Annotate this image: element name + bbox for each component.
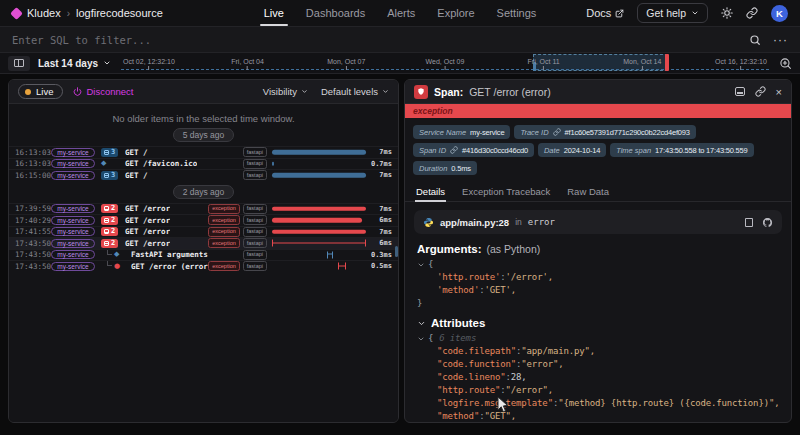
org-name[interactable]: Kludex <box>27 7 61 19</box>
trace-row-tags: fastapi <box>243 170 267 180</box>
github-icon[interactable] <box>762 217 773 228</box>
chevron-down-icon <box>382 88 389 95</box>
close-icon[interactable]: × <box>776 87 782 97</box>
collapse-icon <box>104 173 109 178</box>
nav-tab-alerts[interactable]: Alerts <box>387 0 415 26</box>
tab-exception-traceback[interactable]: Exception Traceback <box>461 181 551 201</box>
trace-row[interactable]: 17:39:59my-service2GET /errorexceptionfa… <box>9 203 398 215</box>
project-name[interactable]: logfirecodesource <box>76 7 163 19</box>
zoom-in-icon[interactable] <box>779 57 792 70</box>
meta-pill-trace-id[interactable]: Trace ID#f1c60e57391d771c290c0b22cd4ef09… <box>514 125 695 139</box>
visibility-dropdown[interactable]: Visibility <box>263 86 308 97</box>
trace-row-time: 17:40:29 <box>15 216 51 225</box>
trace-row-tags: fastapi <box>243 147 267 157</box>
tag-exception: exception <box>208 204 240 214</box>
trace-row[interactable]: 17:41:55my-service2GET /errorexceptionfa… <box>9 226 398 238</box>
span-metadata: Service Namemy-serviceTrace ID#f1c60e573… <box>405 118 791 179</box>
tag-exception: exception <box>208 261 240 271</box>
trace-row-time: 16:13:03 <box>15 159 51 168</box>
brace: { <box>428 332 433 345</box>
meta-pill-time-span[interactable]: Time span17:43:50.558 to 17:43:50.559 <box>610 143 753 157</box>
attributes-heading[interactable]: Attributes <box>417 317 779 329</box>
trace-row-duration: 0.3ms <box>366 251 392 259</box>
trace-row[interactable]: 16:13:03my-service◆GET /favicon.icofasta… <box>9 158 398 170</box>
disconnect-button[interactable]: Disconnect <box>73 86 133 97</box>
duration-track <box>272 261 366 272</box>
live-status-dot-icon <box>25 89 31 95</box>
docs-link[interactable]: Docs <box>586 7 624 19</box>
selection-right-handle[interactable] <box>665 54 669 71</box>
collapse-caret-icon[interactable] <box>417 335 425 343</box>
tab-raw-data[interactable]: Raw Data <box>566 181 610 201</box>
collapse-caret-icon[interactable] <box>417 261 425 269</box>
items-count-note: 6 items <box>439 332 476 345</box>
span-count-badge[interactable]: 2 <box>101 239 118 248</box>
logfire-logo-icon[interactable] <box>10 7 23 20</box>
timeline[interactable]: Oct 02, 12:32:10Fri, Oct 04Mon, Oct 07We… <box>121 53 769 73</box>
collapse-caret-icon[interactable] <box>417 261 425 269</box>
live-button[interactable]: Live <box>18 84 63 99</box>
get-help-button[interactable]: Get help <box>637 3 708 23</box>
tab-details[interactable]: Details <box>415 181 446 201</box>
timeline-tick: Wed, Oct 09 <box>426 58 465 70</box>
trace-row-node: 2 <box>101 216 121 225</box>
code-line: } <box>417 297 779 310</box>
copy-link-icon[interactable] <box>755 86 766 97</box>
nav-tab-settings[interactable]: Settings <box>497 0 537 26</box>
nav-tab-dashboards[interactable]: Dashboards <box>306 0 365 26</box>
span-count-badge[interactable]: 2 <box>101 204 118 213</box>
user-avatar[interactable]: K <box>771 5 788 22</box>
attributes-code: {6 items"code.filepath": "app/main.py","… <box>417 332 779 423</box>
span-count-badge[interactable]: 3 <box>101 148 118 157</box>
tag-fastapi: fastapi <box>243 159 267 169</box>
share-link-icon[interactable] <box>746 7 758 19</box>
timeline-tick-label: Mon, Oct 14 <box>623 58 661 65</box>
trace-row[interactable]: 17:43:50my-service2GET /errorexceptionfa… <box>9 237 398 249</box>
time-range-select[interactable]: Last 14 days <box>38 58 111 69</box>
attributes-title: Attributes <box>431 317 485 329</box>
code-location-card[interactable]: app/main.py:28 in error <box>414 210 782 234</box>
span-count: 2 <box>111 204 115 213</box>
meta-pill-service-name[interactable]: Service Namemy-service <box>413 125 510 139</box>
meta-value: 17:43:50.558 to 17:43:50.559 <box>655 146 747 155</box>
trace-row[interactable]: 17:43:50my-service◆FastAPI argumentsfast… <box>9 249 398 261</box>
trace-row[interactable]: 16:15:00my-service3GET /fastapi7ms <box>9 169 398 181</box>
external-link-icon <box>615 9 624 18</box>
toggle-sidebar-button[interactable] <box>8 56 30 71</box>
span-count-badge[interactable]: 2 <box>101 216 118 225</box>
meta-pill-date[interactable]: Date2024-10-14 <box>538 143 606 157</box>
top-nav: Kludex › logfirecodesource LiveDashboard… <box>0 0 800 26</box>
arguments-mode-label: (as Python) <box>487 243 541 255</box>
default-levels-dropdown[interactable]: Default levels <box>321 86 389 97</box>
meta-pill-span-id[interactable]: Span ID#416d30c0ccd46cd0 <box>413 143 534 157</box>
meta-value: 2024-10-14 <box>564 146 600 155</box>
dock-panel-icon[interactable] <box>735 87 745 96</box>
trace-row-duration: 7ms <box>366 228 392 236</box>
duration-bar <box>272 218 362 223</box>
sql-filter-input[interactable] <box>12 34 737 46</box>
span-count-badge[interactable]: 2 <box>101 227 118 236</box>
nav-tab-explore[interactable]: Explore <box>437 0 474 26</box>
copy-icon[interactable] <box>745 218 753 227</box>
theme-toggle-icon[interactable] <box>721 7 733 19</box>
trace-row[interactable]: 17:40:29my-service2GET /errorexceptionfa… <box>9 214 398 226</box>
meta-label: Duration <box>419 164 447 173</box>
span-count-badge[interactable]: 3 <box>101 171 118 180</box>
collapse-caret-icon[interactable] <box>417 335 425 343</box>
error-span-icon <box>414 85 428 99</box>
trace-row-time: 17:43:50 <box>15 262 51 271</box>
collapse-icon <box>104 206 109 211</box>
timeline-tick-mark <box>543 66 544 70</box>
live-label: Live <box>36 86 53 97</box>
more-menu-button[interactable]: ··· <box>773 36 788 44</box>
nav-tab-live[interactable]: Live <box>264 0 284 26</box>
meta-pill-duration[interactable]: Duration0.5ms <box>413 161 477 175</box>
search-icon[interactable] <box>749 34 761 46</box>
trace-row-tags: exceptionfastapi <box>208 238 267 248</box>
detail-header-actions: × <box>735 86 782 97</box>
panel-scrollbar-thumb[interactable] <box>395 246 399 257</box>
trace-row[interactable]: 16:13:03my-service3GET /fastapi7ms <box>9 146 398 158</box>
timeline-tick: Fri, Oct 04 <box>231 58 264 70</box>
trace-row[interactable]: 17:43:50my-service●GET /error (error)exc… <box>9 260 398 272</box>
timeline-tick: Mon, Oct 07 <box>327 58 365 70</box>
